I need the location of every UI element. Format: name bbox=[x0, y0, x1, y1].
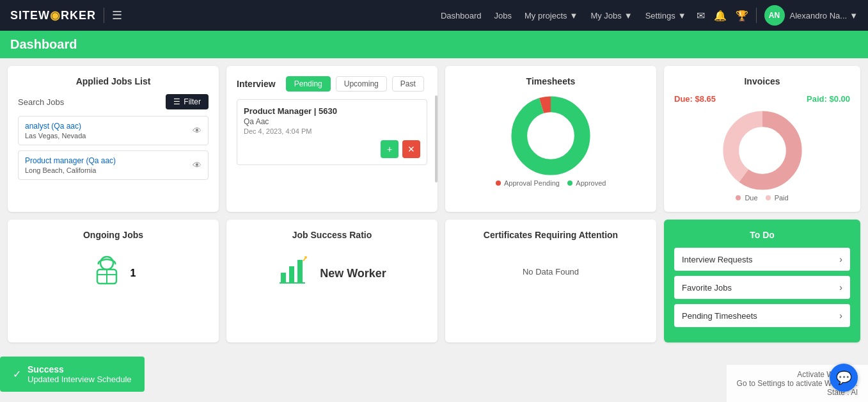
nav-my-projects[interactable]: My projects ▼ bbox=[525, 11, 578, 20]
invoices-donut bbox=[721, 109, 804, 192]
job-location-2: Long Beach, California bbox=[25, 166, 116, 174]
invoices-title: Invoices bbox=[674, 76, 850, 86]
interview-item-sub: Qa Aac bbox=[244, 117, 420, 126]
due-dot bbox=[736, 195, 741, 200]
todo-item-interview-requests[interactable]: Interview Requests › bbox=[674, 248, 850, 271]
chevron-right-icon: › bbox=[839, 282, 842, 293]
job-success-card: Job Success Ratio New Worker bbox=[226, 220, 438, 342]
new-worker-badge: New Worker bbox=[320, 267, 386, 280]
certificates-title: Certificates Requiring Attention bbox=[455, 230, 646, 240]
email-icon[interactable]: ✉ bbox=[697, 10, 705, 22]
todo-item-pending-timesheets[interactable]: Pending Timesheets › bbox=[674, 304, 850, 327]
timesheets-title: Timesheets bbox=[455, 76, 646, 86]
nav-dashboard[interactable]: Dashboard bbox=[441, 11, 482, 20]
todo-favorite-label: Favorite Jobs bbox=[682, 283, 732, 293]
tab-pending[interactable]: Pending bbox=[286, 76, 331, 92]
nav-divider bbox=[104, 8, 104, 23]
navbar: SITEW◉RKER ☰ Dashboard Jobs My projects … bbox=[0, 0, 868, 31]
brand-dot: ◉ bbox=[50, 9, 61, 22]
tab-past[interactable]: Past bbox=[392, 76, 424, 92]
user-dropdown-icon[interactable]: ▼ bbox=[849, 11, 858, 20]
legend-paid: Paid bbox=[766, 194, 789, 202]
nav-links: Dashboard Jobs My projects ▼ My Jobs ▼ S… bbox=[441, 11, 686, 20]
job-success-content: New Worker bbox=[237, 248, 427, 299]
nav-divider-2 bbox=[756, 8, 757, 23]
approved-dot bbox=[567, 181, 572, 186]
nav-jobs[interactable]: Jobs bbox=[494, 11, 512, 20]
timesheets-donut bbox=[509, 94, 592, 177]
ongoing-jobs-count: 1 bbox=[130, 268, 136, 279]
avatar: AN bbox=[764, 5, 785, 26]
interview-actions: + ✕ bbox=[244, 140, 420, 158]
interview-item-title: Product Manager | 5630 bbox=[244, 106, 420, 116]
legend-due: Due bbox=[736, 194, 757, 202]
todo-title: To Do bbox=[674, 230, 850, 240]
scrollbar[interactable] bbox=[435, 95, 438, 183]
search-label: Search Jobs bbox=[18, 97, 64, 107]
nav-icons: ✉ 🔔 🏆 bbox=[697, 10, 748, 22]
filter-button[interactable]: ☰ Filter bbox=[166, 94, 209, 109]
paid-dot bbox=[766, 195, 771, 200]
no-data-label: No Data Found bbox=[455, 248, 646, 296]
ongoing-jobs-card: Ongoing Jobs 1 bbox=[8, 220, 219, 342]
chevron-down-icon: ▼ bbox=[624, 11, 633, 20]
interview-card: Interview Pending Upcoming Past Product … bbox=[226, 66, 438, 212]
legend-approved: Approved bbox=[567, 179, 606, 187]
list-item: analyst (Qa aac) Las Vegas, Nevada 👁 bbox=[18, 116, 209, 145]
invoices-legend: Due Paid bbox=[674, 194, 850, 202]
timesheets-card: Timesheets 1 Approval Pending Approved bbox=[445, 66, 656, 212]
approval-pending-dot bbox=[496, 181, 501, 186]
paid-amount: Paid: $0.00 bbox=[807, 94, 850, 104]
invoice-amounts: Due: $8.65 Paid: $0.00 bbox=[674, 94, 850, 104]
trophy-icon[interactable]: 🏆 bbox=[736, 10, 748, 22]
job-success-title: Job Success Ratio bbox=[237, 230, 427, 240]
invoices-card: Invoices Due: $8.65 Paid: $0.00 Due bbox=[664, 66, 860, 212]
todo-interview-label: Interview Requests bbox=[682, 255, 753, 264]
bell-icon[interactable]: 🔔 bbox=[714, 10, 727, 22]
todo-pending-label: Pending Timesheets bbox=[682, 311, 757, 321]
chart-icon bbox=[278, 255, 310, 293]
interview-reject-button[interactable]: ✕ bbox=[402, 140, 420, 158]
filter-icon: ☰ bbox=[173, 97, 180, 106]
hamburger-icon[interactable]: ☰ bbox=[112, 8, 122, 22]
nav-settings[interactable]: Settings ▼ bbox=[645, 11, 686, 20]
ongoing-jobs-title: Ongoing Jobs bbox=[18, 230, 209, 240]
list-item: Product manager (Qa aac) Long Beach, Cal… bbox=[18, 150, 209, 180]
page-title: Dashboard bbox=[10, 37, 77, 51]
nav-my-jobs[interactable]: My Jobs ▼ bbox=[590, 11, 632, 20]
due-amount: Due: $8.65 bbox=[674, 94, 716, 104]
eye-icon-2[interactable]: 👁 bbox=[193, 160, 201, 170]
chevron-down-icon: ▼ bbox=[678, 11, 686, 20]
tab-upcoming[interactable]: Upcoming bbox=[336, 76, 387, 92]
chevron-right-icon: › bbox=[839, 254, 842, 264]
timesheets-legend: Approval Pending Approved bbox=[455, 179, 646, 187]
eye-icon-1[interactable]: 👁 bbox=[193, 125, 201, 136]
applied-jobs-card: Applied Jobs List Search Jobs ☰ Filter a… bbox=[8, 66, 219, 212]
certificates-card: Certificates Requiring Attention No Data… bbox=[445, 220, 656, 342]
applied-jobs-title: Applied Jobs List bbox=[18, 76, 209, 86]
svg-point-13 bbox=[304, 256, 307, 259]
brand: SITEW◉RKER bbox=[10, 8, 96, 22]
user-name: Alexandro Na... bbox=[790, 11, 848, 20]
search-row: Search Jobs ☰ Filter bbox=[18, 94, 209, 109]
svg-rect-11 bbox=[289, 266, 294, 283]
todo-item-favorite-jobs[interactable]: Favorite Jobs › bbox=[674, 276, 850, 299]
svg-rect-12 bbox=[297, 260, 303, 283]
chevron-right-icon: › bbox=[839, 310, 842, 321]
interview-item-date: Dec 4, 2023, 4:04 PM bbox=[244, 127, 420, 135]
worker-icon bbox=[91, 252, 123, 296]
brand-text: SITEW◉RKER bbox=[10, 8, 96, 22]
svg-rect-10 bbox=[281, 273, 286, 283]
job-title-1: analyst (Qa aac) bbox=[25, 122, 86, 131]
chevron-down-icon: ▼ bbox=[570, 11, 578, 20]
job-location-1: Las Vegas, Nevada bbox=[25, 132, 86, 140]
worker-row: 1 bbox=[91, 252, 136, 296]
svg-point-2 bbox=[531, 116, 571, 156]
legend-approval-pending: Approval Pending bbox=[496, 179, 560, 187]
interview-item: Product Manager | 5630 Qa Aac Dec 4, 202… bbox=[237, 99, 427, 165]
job-title-2: Product manager (Qa aac) bbox=[25, 156, 116, 165]
todo-card: To Do Interview Requests › Favorite Jobs… bbox=[664, 220, 860, 342]
interview-accept-button[interactable]: + bbox=[381, 140, 398, 158]
interview-tabs: Interview Pending Upcoming Past bbox=[237, 76, 427, 92]
dashboard-grid: Applied Jobs List Search Jobs ☰ Filter a… bbox=[0, 58, 868, 350]
